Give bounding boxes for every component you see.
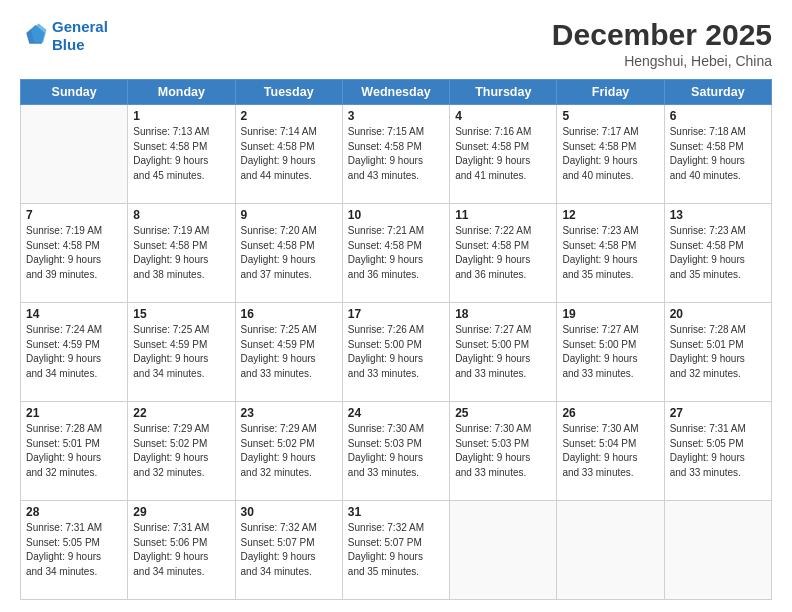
calendar-cell: 21Sunrise: 7:28 AMSunset: 5:01 PMDayligh… [21, 402, 128, 501]
dow-header-wednesday: Wednesday [342, 80, 449, 105]
day-info: Sunrise: 7:30 AMSunset: 5:03 PMDaylight:… [348, 422, 444, 480]
logo-line2: Blue [52, 36, 85, 53]
day-info: Sunrise: 7:22 AMSunset: 4:58 PMDaylight:… [455, 224, 551, 282]
dow-header-tuesday: Tuesday [235, 80, 342, 105]
calendar-cell: 9Sunrise: 7:20 AMSunset: 4:58 PMDaylight… [235, 204, 342, 303]
day-info: Sunrise: 7:23 AMSunset: 4:58 PMDaylight:… [670, 224, 766, 282]
day-info: Sunrise: 7:31 AMSunset: 5:06 PMDaylight:… [133, 521, 229, 579]
day-info: Sunrise: 7:27 AMSunset: 5:00 PMDaylight:… [562, 323, 658, 381]
day-number: 30 [241, 505, 337, 519]
page: General Blue December 2025 Hengshui, Heb… [0, 0, 792, 612]
day-of-week-row: SundayMondayTuesdayWednesdayThursdayFrid… [21, 80, 772, 105]
calendar-cell: 17Sunrise: 7:26 AMSunset: 5:00 PMDayligh… [342, 303, 449, 402]
logo: General Blue [20, 18, 108, 54]
day-info: Sunrise: 7:32 AMSunset: 5:07 PMDaylight:… [241, 521, 337, 579]
logo-line1: General [52, 18, 108, 35]
day-number: 31 [348, 505, 444, 519]
day-info: Sunrise: 7:14 AMSunset: 4:58 PMDaylight:… [241, 125, 337, 183]
calendar-cell: 29Sunrise: 7:31 AMSunset: 5:06 PMDayligh… [128, 501, 235, 600]
calendar-cell: 27Sunrise: 7:31 AMSunset: 5:05 PMDayligh… [664, 402, 771, 501]
day-info: Sunrise: 7:31 AMSunset: 5:05 PMDaylight:… [26, 521, 122, 579]
calendar-cell [664, 501, 771, 600]
calendar-cell: 1Sunrise: 7:13 AMSunset: 4:58 PMDaylight… [128, 105, 235, 204]
calendar-cell [557, 501, 664, 600]
calendar-cell: 7Sunrise: 7:19 AMSunset: 4:58 PMDaylight… [21, 204, 128, 303]
week-row-3: 14Sunrise: 7:24 AMSunset: 4:59 PMDayligh… [21, 303, 772, 402]
calendar-cell: 30Sunrise: 7:32 AMSunset: 5:07 PMDayligh… [235, 501, 342, 600]
calendar-cell: 2Sunrise: 7:14 AMSunset: 4:58 PMDaylight… [235, 105, 342, 204]
calendar-cell: 12Sunrise: 7:23 AMSunset: 4:58 PMDayligh… [557, 204, 664, 303]
day-number: 19 [562, 307, 658, 321]
day-info: Sunrise: 7:16 AMSunset: 4:58 PMDaylight:… [455, 125, 551, 183]
dow-header-monday: Monday [128, 80, 235, 105]
week-row-5: 28Sunrise: 7:31 AMSunset: 5:05 PMDayligh… [21, 501, 772, 600]
sub-title: Hengshui, Hebei, China [552, 53, 772, 69]
day-number: 17 [348, 307, 444, 321]
calendar-cell: 24Sunrise: 7:30 AMSunset: 5:03 PMDayligh… [342, 402, 449, 501]
day-number: 29 [133, 505, 229, 519]
day-number: 15 [133, 307, 229, 321]
calendar-cell: 8Sunrise: 7:19 AMSunset: 4:58 PMDaylight… [128, 204, 235, 303]
main-title: December 2025 [552, 18, 772, 51]
day-info: Sunrise: 7:20 AMSunset: 4:58 PMDaylight:… [241, 224, 337, 282]
day-number: 24 [348, 406, 444, 420]
day-info: Sunrise: 7:19 AMSunset: 4:58 PMDaylight:… [133, 224, 229, 282]
day-number: 14 [26, 307, 122, 321]
day-info: Sunrise: 7:13 AMSunset: 4:58 PMDaylight:… [133, 125, 229, 183]
calendar-cell: 23Sunrise: 7:29 AMSunset: 5:02 PMDayligh… [235, 402, 342, 501]
calendar-cell: 3Sunrise: 7:15 AMSunset: 4:58 PMDaylight… [342, 105, 449, 204]
day-info: Sunrise: 7:32 AMSunset: 5:07 PMDaylight:… [348, 521, 444, 579]
day-info: Sunrise: 7:26 AMSunset: 5:00 PMDaylight:… [348, 323, 444, 381]
day-number: 12 [562, 208, 658, 222]
day-info: Sunrise: 7:29 AMSunset: 5:02 PMDaylight:… [133, 422, 229, 480]
day-number: 25 [455, 406, 551, 420]
calendar-cell: 31Sunrise: 7:32 AMSunset: 5:07 PMDayligh… [342, 501, 449, 600]
day-number: 1 [133, 109, 229, 123]
day-info: Sunrise: 7:17 AMSunset: 4:58 PMDaylight:… [562, 125, 658, 183]
calendar-cell: 13Sunrise: 7:23 AMSunset: 4:58 PMDayligh… [664, 204, 771, 303]
calendar-cell: 15Sunrise: 7:25 AMSunset: 4:59 PMDayligh… [128, 303, 235, 402]
calendar-body: 1Sunrise: 7:13 AMSunset: 4:58 PMDaylight… [21, 105, 772, 600]
week-row-4: 21Sunrise: 7:28 AMSunset: 5:01 PMDayligh… [21, 402, 772, 501]
day-info: Sunrise: 7:31 AMSunset: 5:05 PMDaylight:… [670, 422, 766, 480]
logo-text: General Blue [52, 18, 108, 54]
calendar-cell: 20Sunrise: 7:28 AMSunset: 5:01 PMDayligh… [664, 303, 771, 402]
calendar-cell: 19Sunrise: 7:27 AMSunset: 5:00 PMDayligh… [557, 303, 664, 402]
day-info: Sunrise: 7:29 AMSunset: 5:02 PMDaylight:… [241, 422, 337, 480]
day-info: Sunrise: 7:15 AMSunset: 4:58 PMDaylight:… [348, 125, 444, 183]
day-info: Sunrise: 7:28 AMSunset: 5:01 PMDaylight:… [26, 422, 122, 480]
calendar-cell: 26Sunrise: 7:30 AMSunset: 5:04 PMDayligh… [557, 402, 664, 501]
day-number: 8 [133, 208, 229, 222]
dow-header-sunday: Sunday [21, 80, 128, 105]
calendar: SundayMondayTuesdayWednesdayThursdayFrid… [20, 79, 772, 600]
day-number: 10 [348, 208, 444, 222]
calendar-cell: 5Sunrise: 7:17 AMSunset: 4:58 PMDaylight… [557, 105, 664, 204]
title-block: December 2025 Hengshui, Hebei, China [552, 18, 772, 69]
calendar-cell: 25Sunrise: 7:30 AMSunset: 5:03 PMDayligh… [450, 402, 557, 501]
week-row-1: 1Sunrise: 7:13 AMSunset: 4:58 PMDaylight… [21, 105, 772, 204]
day-number: 11 [455, 208, 551, 222]
day-number: 21 [26, 406, 122, 420]
day-number: 4 [455, 109, 551, 123]
day-number: 28 [26, 505, 122, 519]
day-info: Sunrise: 7:30 AMSunset: 5:03 PMDaylight:… [455, 422, 551, 480]
week-row-2: 7Sunrise: 7:19 AMSunset: 4:58 PMDaylight… [21, 204, 772, 303]
day-number: 3 [348, 109, 444, 123]
day-number: 16 [241, 307, 337, 321]
day-number: 9 [241, 208, 337, 222]
calendar-cell: 22Sunrise: 7:29 AMSunset: 5:02 PMDayligh… [128, 402, 235, 501]
dow-header-friday: Friday [557, 80, 664, 105]
calendar-cell: 11Sunrise: 7:22 AMSunset: 4:58 PMDayligh… [450, 204, 557, 303]
calendar-cell: 18Sunrise: 7:27 AMSunset: 5:00 PMDayligh… [450, 303, 557, 402]
calendar-cell: 28Sunrise: 7:31 AMSunset: 5:05 PMDayligh… [21, 501, 128, 600]
calendar-cell: 4Sunrise: 7:16 AMSunset: 4:58 PMDaylight… [450, 105, 557, 204]
day-info: Sunrise: 7:21 AMSunset: 4:58 PMDaylight:… [348, 224, 444, 282]
day-number: 5 [562, 109, 658, 123]
day-number: 20 [670, 307, 766, 321]
day-number: 27 [670, 406, 766, 420]
day-number: 13 [670, 208, 766, 222]
day-info: Sunrise: 7:23 AMSunset: 4:58 PMDaylight:… [562, 224, 658, 282]
day-info: Sunrise: 7:27 AMSunset: 5:00 PMDaylight:… [455, 323, 551, 381]
day-info: Sunrise: 7:18 AMSunset: 4:58 PMDaylight:… [670, 125, 766, 183]
day-number: 23 [241, 406, 337, 420]
